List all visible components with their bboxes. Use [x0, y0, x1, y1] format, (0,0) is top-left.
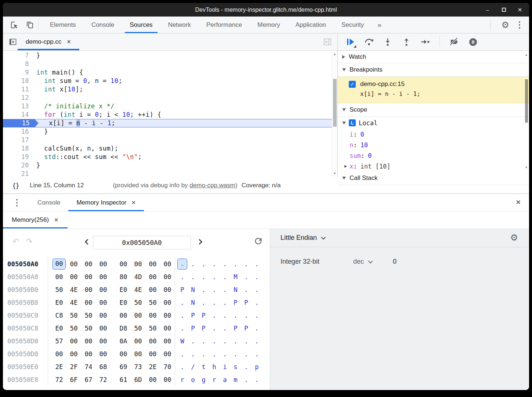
ascii-char[interactable]: . [251, 374, 262, 385]
hex-byte[interactable]: 00 [81, 297, 96, 308]
ascii-char[interactable]: . [230, 336, 241, 347]
tab-console[interactable]: Console [84, 17, 122, 33]
hex-byte[interactable]: 00 [66, 259, 81, 270]
hex-byte[interactable]: 00 [96, 259, 111, 270]
file-tab-close-icon[interactable]: ✕ [66, 39, 71, 45]
hex-byte[interactable]: 00 [81, 336, 96, 347]
code-line-18[interactable]: 18 calcSum(x, n, sum); [3, 144, 332, 153]
expand-triangle-icon[interactable]: ▶ [344, 164, 350, 169]
ascii-char[interactable]: P [230, 323, 241, 334]
debugger-pane-toggle-icon[interactable] [323, 37, 332, 47]
sidebar-scrollbar[interactable]: ▲ ▼ [524, 51, 529, 177]
hex-byte[interactable]: 50 [66, 310, 81, 321]
sidebar-scrollbar-thumb[interactable] [525, 79, 528, 123]
breakpoint-entry[interactable]: ✓ demo-cpp.cc:15 x[i] = n - i - 1; [338, 77, 529, 103]
ascii-char[interactable]: . [177, 259, 187, 270]
hex-byte[interactable]: 70 [160, 361, 175, 372]
breakpoint-checkbox[interactable]: ✓ [349, 81, 356, 88]
interpreter-settings-gear-icon[interactable]: ⚙ [510, 233, 518, 242]
scope-variable-n[interactable]: n:10 [338, 140, 529, 150]
line-number[interactable]: 8 [3, 60, 34, 68]
hex-byte[interactable]: 4D [131, 271, 145, 282]
ascii-char[interactable]: m [230, 374, 241, 385]
scope-variable-i[interactable]: i:0 [338, 129, 529, 140]
ascii-char[interactable]: g [198, 374, 209, 385]
ascii-char[interactable]: a [220, 374, 230, 385]
hex-byte[interactable]: 00 [96, 284, 111, 295]
ascii-char[interactable]: . [220, 284, 230, 295]
hex-byte[interactable]: 00 [66, 336, 81, 347]
hex-byte[interactable]: 00 [66, 349, 81, 360]
endianness-select[interactable]: Little Endian [281, 234, 317, 242]
ascii-char[interactable]: . [241, 336, 251, 347]
ascii-char[interactable]: P [188, 310, 198, 321]
line-number[interactable]: 12 [3, 94, 34, 102]
tab-security[interactable]: Security [334, 17, 372, 33]
line-number[interactable]: 19 [3, 153, 34, 161]
ascii-char[interactable]: / [188, 361, 198, 372]
ascii-char[interactable]: . [188, 336, 198, 347]
ascii-char[interactable]: . [230, 310, 241, 321]
hex-byte[interactable]: E0 [52, 323, 66, 334]
hex-byte[interactable]: 72 [96, 374, 111, 385]
ascii-char[interactable]: . [220, 259, 230, 270]
hex-byte[interactable]: 00 [116, 310, 131, 321]
code-line-11[interactable]: 11 int x[10]; [3, 85, 332, 94]
hex-byte[interactable]: 00 [96, 349, 111, 360]
ascii-char[interactable]: . [251, 297, 262, 308]
ascii-char[interactable]: . [220, 336, 230, 347]
scroll-up-icon[interactable]: ▲ [332, 52, 337, 56]
hex-byte[interactable]: 00 [145, 259, 160, 270]
close-button[interactable]: ✕ [517, 7, 522, 13]
file-tab-demo-cpp[interactable]: demo-cpp.cc ✕ [18, 33, 79, 50]
hex-byte[interactable]: 00 [53, 259, 66, 270]
code-line-9[interactable]: 9int main() { [3, 68, 332, 77]
scroll-down-icon[interactable]: ▼ [332, 172, 337, 175]
line-number[interactable]: 21 [3, 170, 34, 177]
next-page-icon[interactable] [197, 239, 203, 245]
ascii-char[interactable]: . [198, 297, 209, 308]
ascii-char[interactable]: P [188, 323, 198, 334]
ascii-char[interactable]: . [198, 259, 209, 270]
hex-byte[interactable]: 00 [52, 349, 66, 360]
step-icon[interactable] [420, 37, 430, 47]
ascii-char[interactable]: . [241, 374, 251, 385]
ascii-char[interactable]: . [251, 284, 262, 295]
ascii-char[interactable]: . [177, 323, 188, 334]
ascii-char[interactable]: . [230, 349, 241, 360]
ascii-char[interactable]: P [241, 297, 251, 308]
hex-byte[interactable]: 00 [96, 271, 111, 282]
hex-byte[interactable]: 00 [160, 310, 175, 321]
hex-byte[interactable]: D8 [116, 323, 131, 334]
ascii-char[interactable]: i [220, 361, 230, 372]
hex-byte[interactable]: 00 [96, 323, 111, 334]
line-number[interactable]: 14 [3, 111, 34, 119]
ascii-char[interactable]: . [209, 310, 220, 321]
hex-byte[interactable]: 4E [131, 284, 145, 295]
drawer-tab-memory-inspector[interactable]: Memory Inspector✕ [68, 194, 144, 211]
ascii-char[interactable]: . [209, 336, 220, 347]
code-line-21[interactable]: 21 [3, 170, 332, 177]
ascii-char[interactable]: . [220, 297, 230, 308]
hex-byte[interactable]: 80 [116, 271, 131, 282]
step-out-icon[interactable] [401, 37, 412, 47]
hex-byte[interactable]: 50 [52, 284, 66, 295]
hex-byte[interactable]: 67 [81, 374, 96, 385]
ascii-char[interactable]: . [188, 259, 198, 270]
ascii-char[interactable]: r [209, 374, 220, 385]
execution-line-marker[interactable]: 15 [3, 119, 39, 127]
hex-byte[interactable]: 50 [81, 323, 96, 334]
tab-network[interactable]: Network [160, 17, 199, 33]
ascii-char[interactable]: W [177, 336, 188, 347]
hex-byte[interactable]: 00 [81, 259, 96, 270]
hex-byte[interactable]: E0 [116, 297, 131, 308]
hex-byte[interactable]: 50 [145, 297, 160, 308]
refresh-icon[interactable] [253, 236, 263, 248]
memory-tab-close-icon[interactable]: ✕ [54, 217, 59, 223]
ascii-char[interactable]: N [188, 284, 198, 295]
hex-byte[interactable]: 00 [160, 271, 175, 282]
line-number[interactable]: 11 [3, 85, 34, 94]
drawer-tab-console[interactable]: Console [29, 194, 68, 211]
hex-byte[interactable]: 00 [131, 259, 145, 270]
editor-scrollbar-thumb[interactable] [333, 79, 337, 127]
